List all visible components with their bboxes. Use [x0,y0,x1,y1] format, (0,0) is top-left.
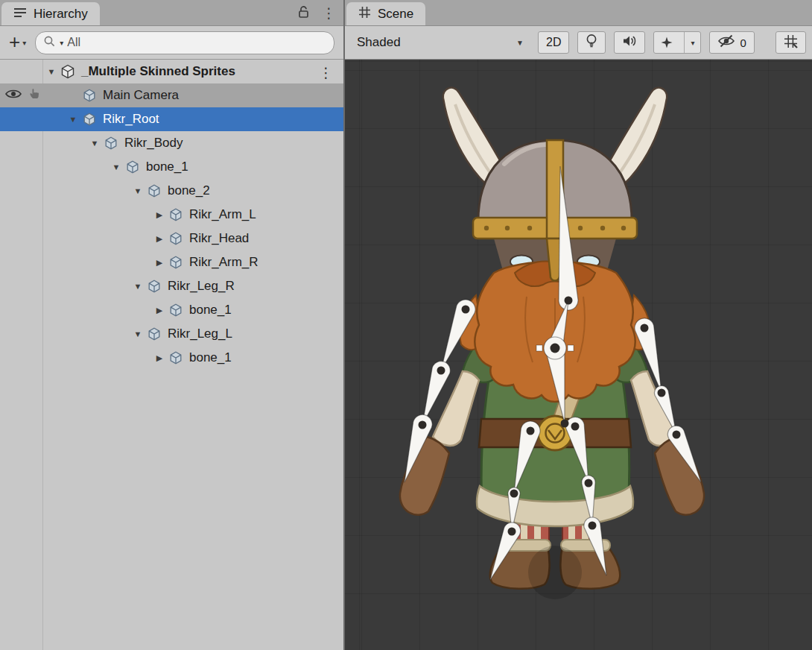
bone-joint-dot [462,306,470,314]
gameobject-cube-icon [125,160,140,174]
disclosure-arrow-icon[interactable]: ▼ [108,162,124,171]
chevron-down-icon[interactable]: ▾ [684,32,700,53]
hierarchy-item-label: Rikr_Leg_L [168,326,232,341]
search-placeholder: All [67,36,80,49]
grid-settings-icon [784,34,798,51]
hierarchy-tree: ▼ _Multiple Skinned Sprites ⋮ Main Camer… [0,60,343,650]
hierarchy-item-bone_1[interactable]: ▶bone_1 [0,298,343,322]
hierarchy-item-label: Rikr_Head [189,231,249,246]
hierarchy-item-label: Rikr_Root [103,112,159,127]
speaker-icon [622,34,637,51]
scene-header-label: _Multiple Skinned Sprites [81,64,235,79]
hierarchy-item-bone_1[interactable]: ▶bone_1 [0,346,343,370]
hierarchy-panel: Hierarchy ⋮ + ▾ ▾ All [0,0,345,650]
bone-joint-dot [527,427,535,435]
hierarchy-item-label: Rikr_Arm_R [189,255,258,270]
scene-grid-icon [358,6,371,22]
chevron-down-icon: ▾ [22,39,26,47]
hidden-objects-button[interactable]: 0 [709,31,754,54]
unity-editor-window: Hierarchy ⋮ + ▾ ▾ All [0,0,812,650]
bone-joint-dot [585,479,593,488]
disclosure-arrow-icon[interactable]: ▶ [151,210,168,220]
bone-joint-dot [589,522,597,530]
gameobject-cube-icon [168,350,183,365]
bone-joint-dot [510,490,518,498]
disclosure-arrow-icon[interactable]: ▶ [151,353,168,363]
unity-scene-icon [60,64,76,79]
hidden-objects-count: 0 [740,37,746,49]
hierarchy-item-bone_1[interactable]: ▼bone_1 [0,155,343,179]
scene-audio-toggle-button[interactable] [614,31,645,54]
root-joint-dot [551,344,560,353]
2d-toggle-button[interactable]: 2D [538,31,569,54]
bone-joint-dot [641,324,649,332]
gameobject-cube-icon [147,279,162,294]
gameobject-cube-icon [168,303,183,318]
scene-options-kebab-icon[interactable]: ⋮ [319,64,333,81]
scene-viewport[interactable] [345,60,812,650]
bone-joint-dot [419,421,427,429]
tab-hierarchy[interactable]: Hierarchy [1,2,100,25]
scene-tabbar: Scene [345,0,812,26]
add-button-label: + [9,32,20,51]
add-gameobject-button[interactable]: + ▾ [6,34,29,51]
eye-slash-icon [717,34,735,51]
bone-joint-dot [561,420,569,428]
gameobject-cube-icon [168,255,183,270]
hierarchy-item-bone_2[interactable]: ▼bone_2 [0,179,343,203]
bone-joint-dot [571,423,580,431]
lock-icon[interactable] [297,4,311,22]
hierarchy-item-rikr_root[interactable]: ▼Rikr_Root [0,107,343,131]
gameobject-cube-icon [147,183,162,198]
hierarchy-item-label: bone_2 [168,183,210,198]
hierarchy-list-icon [13,7,27,22]
bone-joint-dot [437,367,445,375]
scene-toolbar: Shaded ▼ 2D ▾ [345,26,812,60]
hierarchy-item-rikr_leg_l[interactable]: ▼Rikr_Leg_L [0,322,343,346]
tab-scene[interactable]: Scene [346,2,425,25]
hierarchy-item-rikr_head[interactable]: ▶Rikr_Head [0,227,343,250]
draw-mode-label: Shaded [357,35,401,50]
scene-effects-dropdown-button[interactable]: ▾ [653,31,701,54]
pickability-hand-icon[interactable] [28,87,41,104]
disclosure-arrow-icon[interactable]: ▼ [130,329,146,338]
scene-panel: Scene Shaded ▼ 2D [345,0,812,650]
bone-joint-dot [565,297,573,305]
hierarchy-item-label: bone_1 [189,303,232,318]
hierarchy-item-rikr_arm_l[interactable]: ▶Rikr_Arm_L [0,203,343,227]
disclosure-arrow-icon[interactable]: ▶ [151,234,168,244]
bone-joint-dot [658,389,666,397]
hierarchy-item-main-camera[interactable]: Main Camera [0,83,343,107]
disclosure-arrow-icon[interactable]: ▼ [65,115,81,124]
visibility-eye-icon[interactable] [5,88,22,104]
root-handle-right [568,345,574,351]
grid-settings-button[interactable] [775,31,806,54]
disclosure-arrow-icon[interactable]: ▶ [151,306,168,315]
gameobject-cube-icon [147,326,162,341]
disclosure-arrow-icon[interactable]: ▼ [130,186,146,195]
hierarchy-tabbar: Hierarchy ⋮ [0,0,343,26]
panel-menu-kebab-icon[interactable]: ⋮ [322,6,336,20]
tab-scene-label: Scene [378,7,413,22]
search-filter-caret-icon[interactable]: ▾ [60,39,63,47]
gameobject-cube-icon [82,88,97,103]
disclosure-arrow-icon[interactable]: ▼ [130,282,146,291]
pivot-disc-gizmo[interactable] [528,546,582,599]
effects-icon[interactable] [654,32,679,53]
draw-mode-dropdown[interactable]: Shaded ▼ [351,31,530,54]
hierarchy-item-label: Rikr_Leg_R [168,279,235,294]
hierarchy-item-rikr_body[interactable]: ▼Rikr_Body [0,131,343,155]
hierarchy-item-label: Rikr_Arm_L [189,207,256,222]
gameobject-cube-icon [168,231,183,246]
hierarchy-item-rikr_arm_r[interactable]: ▶Rikr_Arm_R [0,250,343,274]
search-input[interactable]: ▾ All [35,31,334,54]
disclosure-arrow-icon[interactable]: ▼ [43,67,60,76]
chevron-down-icon: ▼ [516,39,524,47]
scene-header-row[interactable]: ▼ _Multiple Skinned Sprites ⋮ [0,60,343,83]
disclosure-arrow-icon[interactable]: ▶ [151,258,168,268]
scene-lighting-toggle-button[interactable] [577,31,606,54]
disclosure-arrow-icon[interactable]: ▼ [86,139,103,148]
hierarchy-item-rikr_leg_r[interactable]: ▼Rikr_Leg_R [0,274,343,298]
lightbulb-icon [586,34,597,51]
hierarchy-item-label: bone_1 [189,350,232,365]
